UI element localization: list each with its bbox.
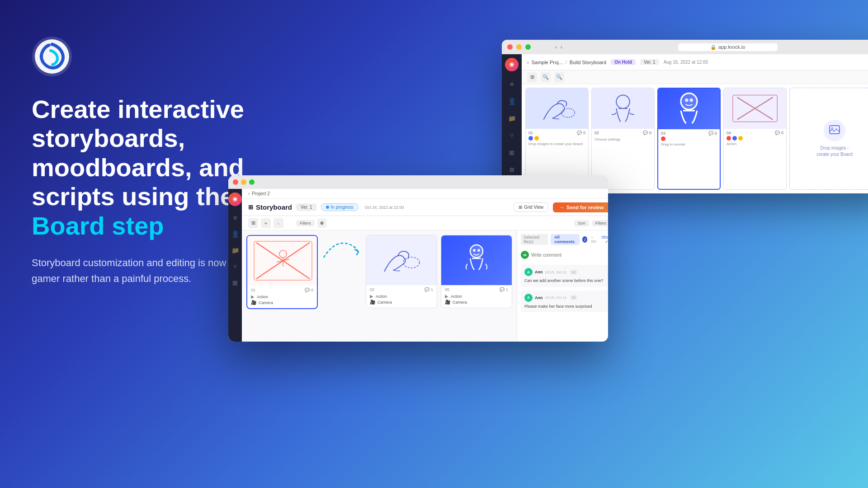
svg-point-13 [234,198,236,201]
drop-card[interactable]: Drop images -create your Board [789,88,868,190]
sb-card-img-01 [247,236,317,286]
commenter-avatar-2: A [524,294,533,302]
win2-breadcrumb: Project 2 [252,191,269,196]
storyboard-title-text: Storyboard [256,203,292,211]
win2-grid-btn[interactable]: ⊞ [248,218,258,228]
comment-time-2: 10:15, Oct 11 [545,296,567,300]
win2-settings-btn[interactable]: ⚙ [317,219,326,228]
address-bar: 🔒 app.krock.io [678,43,778,51]
svg-point-21 [470,245,483,258]
commenter-name-2: Ann [535,296,543,300]
win2-version-tag[interactable]: Ver. 1 [297,204,316,211]
comment-revision-1: 02 [570,270,578,275]
card-footer-02: 02💬 0 Choose settings [592,129,654,143]
win2-dot-yellow [241,179,246,185]
sb-card-img-02 [366,235,437,285]
app-main: ‹ Sample Proj... / Build Storyboard On H… [522,54,868,193]
storyboard-card-03: 03💬 0 Drag to reorder [657,88,721,190]
comment-input-row: M [521,249,608,261]
color-dot-red [661,136,665,141]
comment-input[interactable] [531,253,608,258]
headline-line4: scripts using the [32,182,234,211]
win2-dot-green [249,179,255,185]
comment-item-2: A Ann 10:15, Oct 11 03 Please make her f… [521,291,608,313]
win2-status-tag: In progress [321,203,359,211]
comment-text-2: Please make her face more surprised [524,304,608,310]
win2-sort-tag[interactable]: Sort [574,220,589,226]
comment-text-1: Can we add another scene before this one… [524,278,608,284]
color-dot-yellow [534,136,539,141]
sb-card-camera-02: 🎥 Camera [370,300,433,305]
sidebar-settings-icon: ⚙ [507,165,516,174]
svg-point-4 [561,108,575,117]
sidebar-users-icon: 👤 [507,97,516,106]
card-action-label: Drop images to create your Board [528,142,585,146]
app-window-2: ≡ 👤 📁 ⑂ ⊞ ‹ Project 2 ⊞ Storyboard Ver. … [228,175,608,342]
headline-accent: Board step [32,211,164,240]
zoom-in-btn[interactable]: 🔍 [541,72,551,82]
svg-point-17 [279,250,287,258]
nav-fwd-icon: › [561,44,562,50]
sb-card-camera-05: 🎥 Camera [445,300,508,305]
svg-point-20 [403,257,420,268]
all-comments-tab[interactable]: All comments [551,234,580,245]
storyboard-grid-icon: ⊞ [248,204,253,211]
grid-view-button[interactable]: ⊞ Grid View [514,202,548,212]
color-dot-blue [528,136,533,141]
action-text: Action [257,295,268,299]
win2-breadcrumb-bar: ‹ Project 2 [242,189,608,199]
win2-zoom-out-btn[interactable]: - [274,218,283,228]
app-sidebar-narrow: ≡ 👤 📁 ⑂ ⊞ ⚙ › [502,54,522,193]
toolbar-strip: ⊞ 🔍 🔍 Filters [522,70,868,84]
card-img-01 [526,88,588,129]
app-chrome: ≡ 👤 📁 ⑂ ⊞ ⚙ › ‹ Sample Proj... / Build S… [502,54,868,193]
breadcrumb-board: Build Storyboard [570,60,606,65]
comment-time-1: 10:15, Oct 11 [545,270,567,274]
sb-card-img-05 [441,235,512,285]
sb-card-footer-05: 05 💬 1 ▶ Action 🎥 Camera [441,285,512,308]
comment-count: ○ 0/2 [591,235,598,244]
svg-point-8 [689,99,693,102]
win2-date: Oct 24, 2022 at 22:00 [365,205,404,210]
breadcrumb-back-icon: ‹ [527,60,529,65]
comment-badge: 2 [582,236,587,243]
grid-icon: ⊞ [519,205,522,210]
sidebar-app-icon [505,58,519,71]
commenter-name-1: Ann [535,270,543,274]
storyboard-card-04: 04💬 0 Action [723,88,787,190]
browser-window: ‹ › 🔒 app.krock.io ≡ 👤 📁 ⑂ ⊞ ⚙ › [502,40,868,193]
sb-card-action-01: ▶ Action [251,294,313,299]
win2-dot-red [233,179,238,185]
browser-titlebar: ‹ › 🔒 app.krock.io [502,40,868,54]
card-footer-01: 01💬 0 Drop images to create your Board [526,129,588,148]
app2-content: 01 💬 0 ▶ Action 🎥 Camera [242,230,608,342]
browser-address: 🔒 app.krock.io [566,43,868,51]
table-view-btn[interactable]: ⊞ [527,72,537,82]
card-img-04 [724,88,786,129]
send-review-button[interactable]: → Send for review [553,202,608,212]
drop-icon [824,120,845,141]
sb-card-footer-02: 02 💬 1 ▶ Action 🎥 Camera [366,285,437,308]
grid-view-label: Grid View [524,205,543,210]
url-text: app.krock.io [718,44,745,50]
win2-filters2-tag[interactable]: Filters [592,220,609,226]
zoom-out-btn[interactable]: 🔍 [554,72,564,82]
card-comment-count: 💬 0 [577,131,585,135]
svg-point-7 [685,99,689,102]
comments-panel: Selected file(s) All comments 2 ○ 0/2 Sh… [517,230,608,342]
sb-card-camera-01: 🎥 Camera [251,300,313,305]
win2-filters-tag[interactable]: Filters [296,220,315,226]
show-button[interactable]: Show ✓ [600,235,608,244]
color-dot-yellow-04 [738,136,743,141]
win2-apps-icon: ⊞ [231,278,240,287]
dot-green [525,44,531,50]
storyboard-card-02: 02💬 0 Choose settings [591,88,655,190]
color-dot-red-04 [726,136,731,141]
win2-app-icon [228,192,242,206]
win2-zoom-in-btn[interactable]: + [261,218,271,228]
commenter-avatar-1: A [524,268,533,276]
send-icon: → [559,205,564,210]
app2-sidebar: ≡ 👤 📁 ⑂ ⊞ [228,189,242,342]
win2-branch-icon: ⑂ [231,262,240,271]
headline-line3: moodboards, and [32,153,244,182]
